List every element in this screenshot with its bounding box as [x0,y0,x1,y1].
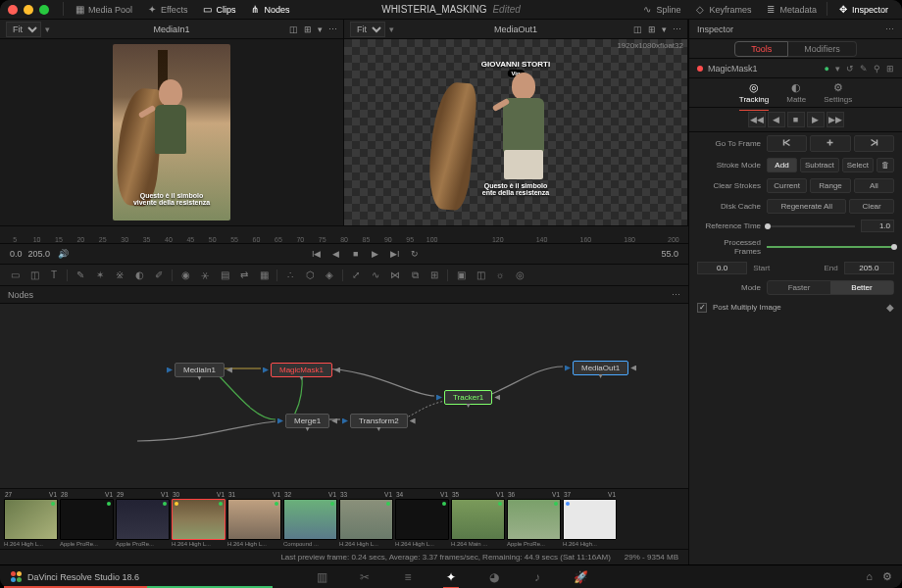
inspector-tab-tools[interactable]: Tools [734,41,788,57]
toolbar-effects[interactable]: ✦Effects [140,2,193,18]
clip-item[interactable]: 31V1 H.264 High L... [227,491,281,547]
goto-ref-button[interactable] [810,135,850,152]
tool-cam-icon[interactable]: ◫ [472,267,489,284]
cache-clear-button[interactable]: Clear [849,199,894,214]
transport-first-icon[interactable]: I◀ [310,247,324,261]
tool-3d1-icon[interactable]: ⬡ [301,267,319,284]
viewer-left-tool-2-icon[interactable]: ⊞ [304,24,312,34]
inspector-options-icon[interactable]: ⋯ [885,24,894,34]
project-settings-icon[interactable]: ⚙ [882,570,892,583]
time-ruler[interactable]: 5101520253035404550556065707580859095100… [0,225,688,243]
viewer-right-tool-2-icon[interactable]: ⊞ [648,24,656,34]
viewer-right-tool-1-icon[interactable]: ◫ [633,24,642,34]
nodes-panel-options-icon[interactable]: ⋯ [672,290,680,300]
clear-all-button[interactable]: All [854,178,894,193]
tool-misc3-icon[interactable]: ⊞ [426,267,443,284]
tool-light-icon[interactable]: ☼ [491,267,509,284]
toolbar-clips[interactable]: ▭Clips [195,2,241,18]
toolbar-inspector[interactable]: ✥Inspector [831,2,894,18]
page-fusion-icon[interactable]: ✦ [441,570,461,584]
track-prev-icon[interactable]: ◀ [768,112,785,127]
home-icon[interactable]: ⌂ [866,570,873,583]
viewer-right-dropdown-icon[interactable]: ▾ [389,24,394,34]
goto-start-button[interactable] [767,135,807,152]
processed-frames-slider[interactable] [767,246,894,248]
window-minimize-button[interactable] [24,5,33,15]
page-deliver-icon[interactable]: 🚀 [571,570,590,584]
reference-time-slider[interactable] [767,225,855,227]
viewer-right-canvas[interactable]: 1920x1080xfloat32 GIOVANNI STORTI Vip [344,39,687,225]
clip-item[interactable]: 35V1 H.264 Main ... [451,491,505,547]
viewer-right-options-icon[interactable]: ⋯ [673,24,681,34]
clear-current-button[interactable]: Current [767,178,807,193]
tool-lut-icon[interactable]: ▦ [255,267,273,284]
range-end-value[interactable]: 205.0 [844,262,894,274]
stroke-delete-button[interactable]: 🗑 [877,158,894,172]
transport-loop-icon[interactable]: ↻ [408,247,422,261]
node-media-out[interactable]: MediaOut1 [565,361,636,375]
inspector-reset-icon[interactable]: ↺ [846,64,854,74]
node-tracker[interactable]: Tracker1 [436,390,500,405]
transport-play-icon[interactable]: ▶ [369,247,382,261]
track-prev-all-icon[interactable]: ◀◀ [748,112,766,127]
window-close-button[interactable] [8,5,18,15]
viewer-right-zoom[interactable]: Fit [350,22,385,37]
tool-mask-icon[interactable]: ◐ [130,267,148,284]
subtab-matte[interactable]: ◐Matte [786,81,806,104]
inspector-lock-icon[interactable]: ⚲ [874,64,880,74]
volume-icon[interactable]: 🔊 [56,247,70,261]
transport-stop-icon[interactable]: ■ [349,247,363,261]
clip-item[interactable]: 28V1 Apple ProRe... [60,491,114,547]
inspector-pin-icon[interactable]: ✎ [860,64,868,74]
tool-blur-icon[interactable]: ◉ [176,267,194,284]
viewer-left-canvas[interactable]: Questo è il simbolo vivente della resist… [0,39,343,225]
tool-adjust-icon[interactable]: ⇄ [235,267,253,284]
tool-effect2-icon[interactable]: ※ [111,267,128,284]
tool-brush-icon[interactable]: ✐ [150,267,168,284]
viewer-left-tool-3-icon[interactable]: ▾ [318,24,323,34]
tool-misc2-icon[interactable]: ⧉ [406,267,424,284]
page-color-icon[interactable]: ◕ [484,570,504,584]
clip-item[interactable]: 29V1 Apple ProRe... [116,491,170,547]
inspector-enable-dot-icon[interactable]: ● [825,64,829,74]
tool-misc1-icon[interactable]: ⋈ [386,267,404,284]
viewer-left-zoom[interactable]: Fit [6,22,41,37]
toolbar-spline[interactable]: ∿Spline [635,2,686,18]
node-transform[interactable]: Transform2 [342,414,416,428]
tool-fresnel-icon[interactable]: ◎ [511,267,528,284]
range-start-value[interactable]: 0.0 [697,262,747,274]
transport-next-icon[interactable]: ▶I [388,247,402,261]
node-magic-mask[interactable]: MagicMask1 [263,363,340,377]
page-cut-icon[interactable]: ✂ [355,570,375,584]
goto-end-button[interactable] [854,135,894,152]
clip-item[interactable]: 34V1 H.264 High L... [395,491,449,547]
clip-item[interactable]: 33V1 H.264 High L... [339,491,393,547]
mode-faster-button[interactable]: Faster [768,281,830,294]
inspector-versions-icon[interactable]: ▾ [835,64,840,74]
reference-time-value[interactable]: 1.0 [861,220,894,232]
tool-paint-icon[interactable]: ✎ [72,267,89,284]
tool-merge-icon[interactable]: ◫ [25,267,43,284]
viewer-left-tool-1-icon[interactable]: ◫ [289,24,298,34]
viewer-right-tool-3-icon[interactable]: ▾ [662,24,667,34]
clear-range-button[interactable]: Range [810,178,850,193]
tool-render-icon[interactable]: ▣ [452,267,470,284]
inspector-tab-modifiers[interactable]: Modifiers [788,41,857,57]
tool-effect1-icon[interactable]: ✶ [91,267,109,284]
transport-prev-icon[interactable]: ◀ [329,247,343,261]
tool-3d2-icon[interactable]: ◈ [321,267,338,284]
node-merge[interactable]: Merge1 [277,414,337,428]
toolbar-keyframes[interactable]: ◇Keyframes [688,2,757,18]
stroke-add-button[interactable]: Add [767,158,797,172]
subtab-tracking[interactable]: ◎Tracking [739,81,769,104]
tool-bg-icon[interactable]: ▭ [6,267,24,284]
viewer-left-options-icon[interactable]: ⋯ [328,24,337,34]
toolbar-nodes-tb[interactable]: ⋔Nodes [243,2,295,18]
tool-drop-icon[interactable]: ⚹ [196,267,214,284]
tool-channel-icon[interactable]: ▤ [216,267,233,284]
track-next-icon[interactable]: ▶ [807,112,825,127]
clip-item[interactable]: 37V1 H.264 High... [563,491,617,547]
node-media-in[interactable]: MediaIn1 [167,363,232,377]
clip-item[interactable]: 32V1 Compound ... [283,491,337,547]
toolbar-metadata[interactable]: ≣Metadata [759,2,823,18]
